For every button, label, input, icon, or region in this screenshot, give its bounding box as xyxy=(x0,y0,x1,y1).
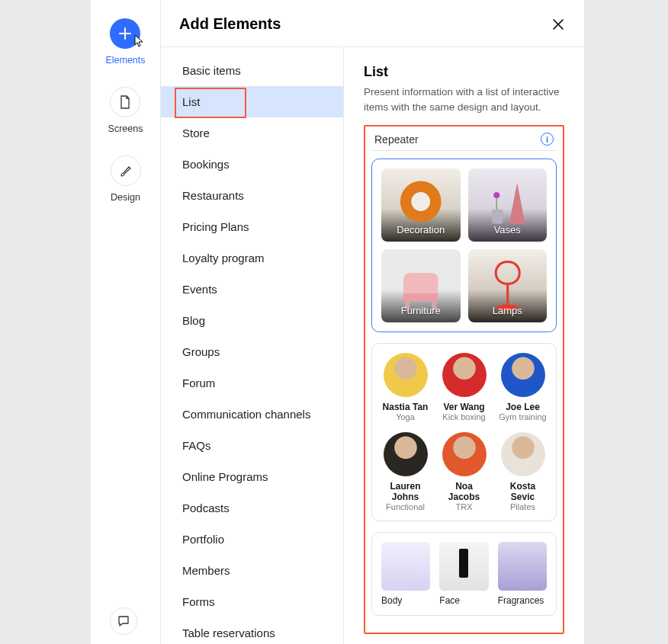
person-item: Ver WangKick boxing xyxy=(440,353,488,421)
product-item: Face xyxy=(439,542,488,606)
nav-label: Design xyxy=(111,192,141,203)
person-name: Noa Jacobs xyxy=(440,481,488,502)
nav-item-screens[interactable]: Screens xyxy=(108,87,143,134)
person-item: Joe LeeGym training xyxy=(499,353,547,421)
person-name: Ver Wang xyxy=(440,402,488,412)
category-item[interactable]: Portfolio xyxy=(161,524,343,555)
chat-icon xyxy=(117,614,130,628)
avatar xyxy=(501,353,545,397)
nav-label: Elements xyxy=(105,55,145,66)
tile-label: Decoration xyxy=(381,224,461,235)
person-name: Joe Lee xyxy=(499,402,547,412)
tile: Furniture xyxy=(381,249,461,322)
category-item[interactable]: Groups xyxy=(161,336,343,367)
category-item[interactable]: Events xyxy=(161,274,343,305)
person-role: Yoga xyxy=(381,412,429,421)
tile-label: Lamps xyxy=(468,305,548,316)
person-role: Kick boxing xyxy=(440,412,488,421)
avatar xyxy=(442,353,487,397)
product-image xyxy=(498,542,547,591)
repeater-preset-tiles[interactable]: DecorationVasesFurnitureLamps xyxy=(371,159,557,332)
person-item: Lauren JohnsFunctional xyxy=(381,432,429,511)
nav-label: Screens xyxy=(108,123,143,134)
person-name: Nastia Tan xyxy=(381,402,429,412)
section-header: Repeater i xyxy=(371,131,557,151)
product-image xyxy=(381,542,430,591)
category-list[interactable]: Basic itemsListStoreBookingsRestaurantsP… xyxy=(161,47,344,644)
tile-label: Vases xyxy=(468,224,548,235)
avatar xyxy=(384,432,428,476)
tile-label: Furniture xyxy=(381,305,461,316)
nav-item-elements[interactable]: Elements xyxy=(105,18,145,66)
add-elements-panel: Elements Screens Design Add Elements Bas… xyxy=(91,0,584,644)
svg-point-3 xyxy=(493,192,499,198)
chat-button[interactable] xyxy=(110,607,137,635)
panel-body: Basic itemsListStoreBookingsRestaurantsP… xyxy=(161,46,584,644)
svg-rect-2 xyxy=(492,210,503,224)
category-item[interactable]: Pricing Plans xyxy=(161,211,343,242)
category-item[interactable]: Store xyxy=(161,117,343,149)
examples-highlight: Repeater i DecorationVasesFurnitureLamps… xyxy=(364,125,564,634)
panel: Add Elements Basic itemsListStoreBooking… xyxy=(161,0,584,644)
svg-point-1 xyxy=(411,192,430,211)
avatar xyxy=(442,432,487,476)
tile: Vases xyxy=(468,168,548,242)
info-icon[interactable]: i xyxy=(541,133,554,146)
product-item: Body xyxy=(381,542,430,606)
avatar xyxy=(501,432,545,476)
person-item: Kosta SevicPilates xyxy=(499,432,547,511)
detail-title: List xyxy=(364,64,564,80)
section-label: Repeater xyxy=(374,133,419,146)
category-item[interactable]: Bookings xyxy=(161,149,343,180)
repeater-preset-products[interactable]: BodyFaceFragrances xyxy=(371,532,557,616)
person-role: TRX xyxy=(440,502,488,511)
product-label: Body xyxy=(381,595,430,606)
category-item[interactable]: Table reservations xyxy=(161,617,343,644)
product-image xyxy=(439,542,488,591)
panel-header: Add Elements xyxy=(161,0,584,46)
category-item[interactable]: Loyalty program xyxy=(161,242,343,274)
person-name: Lauren Johns xyxy=(381,481,429,502)
person-name: Kosta Sevic xyxy=(499,481,547,502)
category-item[interactable]: Members xyxy=(161,555,343,586)
detail-pane: List Present information with a list of … xyxy=(344,47,584,644)
close-button[interactable] xyxy=(551,17,566,32)
repeater-preset-people[interactable]: Nastia TanYogaVer WangKick boxingJoe Lee… xyxy=(371,343,557,521)
tile: Lamps xyxy=(468,249,548,322)
plus-icon xyxy=(110,18,140,49)
person-role: Pilates xyxy=(499,502,547,511)
person-item: Nastia TanYoga xyxy=(381,353,429,421)
category-item[interactable]: Podcasts xyxy=(161,492,343,524)
product-label: Face xyxy=(439,595,488,606)
svg-rect-6 xyxy=(403,293,438,301)
category-item[interactable]: Blog xyxy=(161,305,343,336)
tile: Decoration xyxy=(381,168,461,242)
nav-item-design[interactable]: Design xyxy=(111,155,141,203)
person-role: Functional xyxy=(381,502,429,511)
product-label: Fragrances xyxy=(498,595,547,606)
brush-icon xyxy=(111,155,141,186)
detail-description: Present information with a list of inter… xyxy=(364,85,564,114)
page-icon xyxy=(110,87,140,117)
category-item[interactable]: Forum xyxy=(161,367,343,399)
category-item[interactable]: List xyxy=(161,86,343,117)
category-item[interactable]: Communication channels xyxy=(161,399,343,430)
person-role: Gym training xyxy=(499,412,547,421)
panel-title: Add Elements xyxy=(179,15,281,33)
category-item[interactable]: Forms xyxy=(161,586,343,617)
highlight-box xyxy=(175,88,246,118)
category-item[interactable]: Restaurants xyxy=(161,180,343,211)
category-item[interactable]: FAQs xyxy=(161,430,343,461)
cursor-icon xyxy=(133,34,145,50)
person-item: Noa JacobsTRX xyxy=(440,432,488,511)
category-item[interactable]: Online Programs xyxy=(161,461,343,492)
side-nav: Elements Screens Design xyxy=(91,0,161,644)
category-item[interactable]: Basic items xyxy=(161,55,343,86)
product-item: Fragrances xyxy=(498,542,547,606)
avatar xyxy=(384,353,428,397)
